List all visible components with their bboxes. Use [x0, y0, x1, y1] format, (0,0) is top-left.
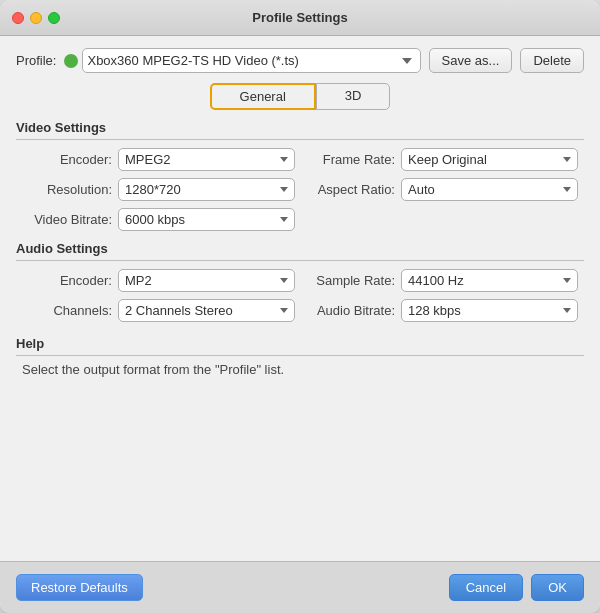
- window-title: Profile Settings: [252, 10, 347, 25]
- audio-bitrate-select[interactable]: 128 kbps: [401, 299, 578, 322]
- video-bitrate-label: Video Bitrate:: [22, 212, 112, 227]
- video-encoder-row: Encoder: MPEG2: [22, 148, 295, 171]
- audio-encoder-select[interactable]: MP2: [118, 269, 295, 292]
- resolution-row: Resolution: 1280*720: [22, 178, 295, 201]
- channels-row: Channels: 2 Channels Stereo: [22, 299, 295, 322]
- audio-encoder-label: Encoder:: [22, 273, 112, 288]
- audio-encoder-row: Encoder: MP2: [22, 269, 295, 292]
- aspect-ratio-select[interactable]: Auto: [401, 178, 578, 201]
- cancel-button[interactable]: Cancel: [449, 574, 523, 601]
- audio-bitrate-row: Audio Bitrate: 128 kbps: [305, 299, 578, 322]
- tab-3d[interactable]: 3D: [316, 83, 391, 110]
- video-bitrate-select[interactable]: 6000 kbps: [118, 208, 295, 231]
- audio-settings-section: Audio Settings Encoder: MP2 Sample Rate:…: [16, 241, 584, 322]
- help-section: Help Select the output format from the "…: [16, 336, 584, 377]
- profile-select[interactable]: Xbox360 MPEG2-TS HD Video (*.ts): [82, 48, 420, 73]
- frame-rate-row: Frame Rate: Keep Original: [305, 148, 578, 171]
- resolution-label: Resolution:: [22, 182, 112, 197]
- frame-rate-select[interactable]: Keep Original: [401, 148, 578, 171]
- sample-rate-row: Sample Rate: 44100 Hz: [305, 269, 578, 292]
- xbox-icon: [64, 54, 78, 68]
- video-row3-empty: [305, 208, 578, 231]
- close-button[interactable]: [12, 12, 24, 24]
- frame-rate-label: Frame Rate:: [305, 152, 395, 167]
- help-text: Select the output format from the "Profi…: [16, 362, 584, 377]
- title-bar: Profile Settings: [0, 0, 600, 36]
- tabs-row: General 3D: [16, 83, 584, 110]
- profile-row: Profile: Xbox360 MPEG2-TS HD Video (*.ts…: [16, 48, 584, 73]
- ok-button[interactable]: OK: [531, 574, 584, 601]
- save-as-button[interactable]: Save as...: [429, 48, 513, 73]
- tab-general[interactable]: General: [210, 83, 316, 110]
- channels-label: Channels:: [22, 303, 112, 318]
- main-content: Profile: Xbox360 MPEG2-TS HD Video (*.ts…: [0, 36, 600, 561]
- delete-button[interactable]: Delete: [520, 48, 584, 73]
- video-settings-content: Encoder: MPEG2 Frame Rate: Keep Original…: [16, 148, 584, 231]
- bottom-bar: Restore Defaults Cancel OK: [0, 561, 600, 613]
- audio-settings-header: Audio Settings: [16, 241, 584, 261]
- profile-settings-window: Profile Settings Profile: Xbox360 MPEG2-…: [0, 0, 600, 613]
- aspect-ratio-label: Aspect Ratio:: [305, 182, 395, 197]
- audio-bitrate-label: Audio Bitrate:: [305, 303, 395, 318]
- video-encoder-select[interactable]: MPEG2: [118, 148, 295, 171]
- sample-rate-label: Sample Rate:: [305, 273, 395, 288]
- minimize-button[interactable]: [30, 12, 42, 24]
- maximize-button[interactable]: [48, 12, 60, 24]
- video-settings-section: Video Settings Encoder: MPEG2 Frame Rate…: [16, 120, 584, 231]
- aspect-ratio-row: Aspect Ratio: Auto: [305, 178, 578, 201]
- resolution-select[interactable]: 1280*720: [118, 178, 295, 201]
- profile-label: Profile:: [16, 53, 56, 68]
- sample-rate-select[interactable]: 44100 Hz: [401, 269, 578, 292]
- channels-select[interactable]: 2 Channels Stereo: [118, 299, 295, 322]
- profile-select-wrapper: Xbox360 MPEG2-TS HD Video (*.ts): [64, 48, 420, 73]
- help-header: Help: [16, 336, 584, 356]
- restore-defaults-button[interactable]: Restore Defaults: [16, 574, 143, 601]
- video-bitrate-row: Video Bitrate: 6000 kbps: [22, 208, 295, 231]
- traffic-lights: [12, 12, 60, 24]
- video-settings-header: Video Settings: [16, 120, 584, 140]
- bottom-right-buttons: Cancel OK: [449, 574, 584, 601]
- video-encoder-label: Encoder:: [22, 152, 112, 167]
- audio-settings-content: Encoder: MP2 Sample Rate: 44100 Hz Chann…: [16, 269, 584, 322]
